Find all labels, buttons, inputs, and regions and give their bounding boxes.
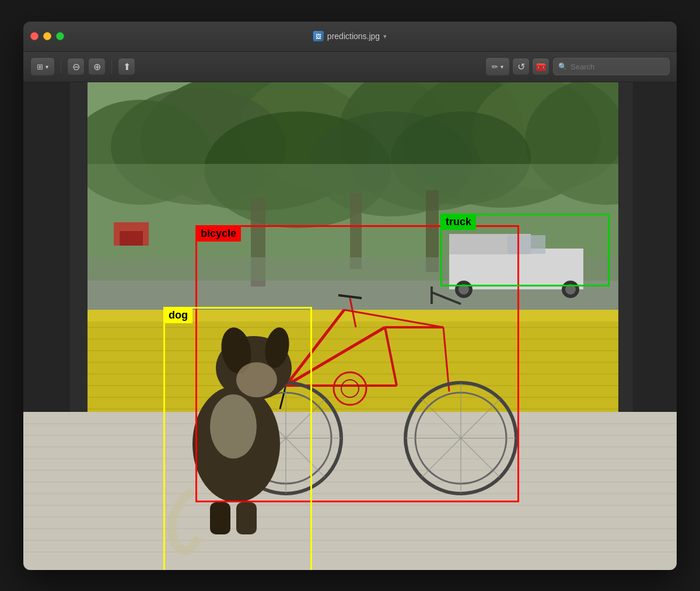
- sidebar-toggle-button[interactable]: ⊞ ▾: [30, 57, 55, 76]
- toolbar-separator-1: [61, 60, 61, 74]
- truck-detection-box: truck: [440, 214, 610, 286]
- share-button[interactable]: ⬆: [118, 58, 135, 75]
- share-icon: ⬆: [123, 61, 131, 72]
- search-box[interactable]: 🔍: [553, 58, 670, 75]
- search-icon: 🔍: [558, 62, 567, 71]
- content-area: bicycle truck dog: [23, 82, 677, 570]
- file-type-icon: 🖼: [313, 31, 324, 41]
- window-title-area: 🖼 predictions.jpg ▾: [313, 31, 387, 41]
- traffic-lights: [30, 32, 64, 40]
- image-scene: bicycle truck dog: [23, 82, 677, 570]
- sidebar-icon: ⊞: [37, 62, 43, 71]
- sidebar-chevron-icon: ▾: [46, 64, 48, 70]
- app-window: 🖼 predictions.jpg ▾ ⊞ ▾ ⊖ ⊕ ⬆ ✏ ▾: [23, 22, 677, 570]
- markup-chevron-icon: ▾: [501, 64, 503, 70]
- truck-label: truck: [441, 214, 476, 230]
- rotate-icon: ↺: [517, 61, 525, 72]
- markup-pen-icon: ✏: [492, 62, 498, 71]
- rotate-button[interactable]: ↺: [512, 58, 530, 75]
- toolbar-separator-2: [111, 60, 112, 74]
- minimize-button[interactable]: [43, 32, 51, 40]
- zoom-in-button[interactable]: ⊕: [88, 58, 106, 75]
- zoom-out-button[interactable]: ⊖: [67, 58, 85, 75]
- maximize-button[interactable]: [56, 32, 64, 40]
- bicycle-label: bicycle: [196, 226, 241, 242]
- close-button[interactable]: [30, 32, 38, 40]
- zoom-in-icon: ⊕: [93, 61, 101, 72]
- svg-rect-22: [120, 231, 143, 246]
- dog-detection-box: dog: [163, 307, 312, 570]
- info-button[interactable]: 🧰: [532, 58, 550, 75]
- info-icon: 🧰: [536, 61, 547, 72]
- toolbar-right-group: ✏ ▾ ↺ 🧰: [485, 57, 550, 76]
- toolbar: ⊞ ▾ ⊖ ⊕ ⬆ ✏ ▾ ↺ 🧰 🔍: [23, 52, 677, 82]
- window-title: predictions.jpg: [327, 32, 380, 41]
- titlebar: 🖼 predictions.jpg ▾: [23, 22, 677, 52]
- chevron-down-icon[interactable]: ▾: [383, 33, 387, 40]
- dog-label: dog: [164, 307, 192, 323]
- markup-button[interactable]: ✏ ▾: [485, 57, 510, 76]
- zoom-out-icon: ⊖: [72, 61, 80, 72]
- search-input[interactable]: [570, 62, 652, 71]
